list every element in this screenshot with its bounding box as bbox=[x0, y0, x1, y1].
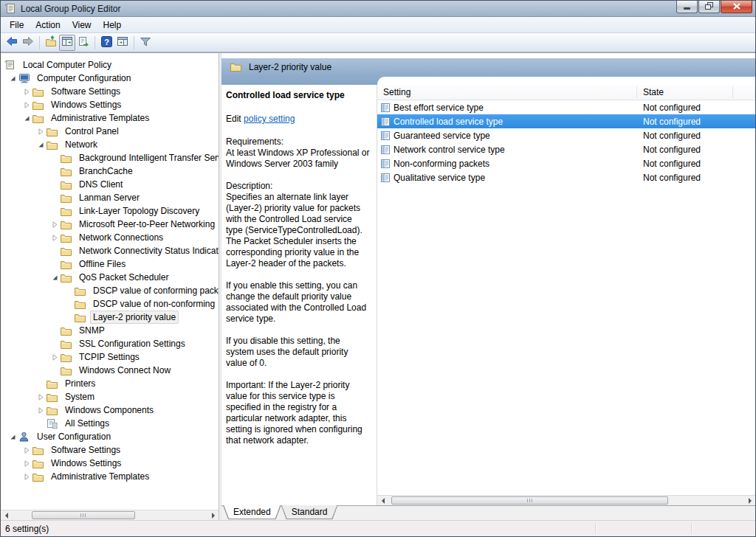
expand-open-icon[interactable] bbox=[21, 115, 32, 122]
folder-icon bbox=[47, 127, 59, 136]
restore-button[interactable] bbox=[698, 1, 720, 13]
export-list-button[interactable] bbox=[75, 35, 92, 51]
tree-item-windows-components[interactable]: Windows Components bbox=[1, 403, 219, 417]
tab-extended[interactable]: Extended bbox=[223, 505, 281, 519]
folder-icon bbox=[61, 167, 73, 176]
tree-item-dns-client[interactable]: DNS Client bbox=[1, 178, 219, 191]
expand-closed-icon[interactable] bbox=[21, 102, 32, 108]
menu-view[interactable]: View bbox=[66, 18, 97, 32]
scrollbar-thumb[interactable] bbox=[32, 511, 135, 519]
setting-row-network-control-service-type[interactable]: Network control service typeNot configur… bbox=[377, 142, 755, 156]
expand-closed-icon[interactable] bbox=[21, 89, 32, 95]
filter-button[interactable] bbox=[137, 35, 154, 51]
tree-item-branchcache[interactable]: BranchCache bbox=[1, 164, 219, 178]
tree-item-user-configuration[interactable]: User Configuration bbox=[1, 430, 219, 443]
setting-name: Network control service type bbox=[394, 145, 637, 155]
expand-closed-icon[interactable] bbox=[49, 221, 61, 228]
close-button[interactable] bbox=[721, 1, 752, 13]
tree-item-qos-packet-scheduler[interactable]: QoS Packet Scheduler bbox=[1, 271, 219, 284]
setting-row-controlled-load-service-type[interactable]: Controlled load service typeNot configur… bbox=[377, 114, 755, 128]
policy-tree: Local Computer PolicyComputer Configurat… bbox=[1, 53, 219, 510]
expand-closed-icon[interactable] bbox=[49, 354, 61, 361]
tree-item-link-layer-topology-discovery[interactable]: Link-Layer Topology Discovery bbox=[1, 204, 219, 218]
expand-closed-icon[interactable] bbox=[49, 235, 61, 241]
expand-open-icon[interactable] bbox=[49, 274, 61, 281]
expand-closed-icon[interactable] bbox=[35, 394, 47, 401]
setting-row-qualitative-service-type[interactable]: Qualitative service typeNot configured bbox=[377, 170, 755, 184]
menu-action[interactable]: Action bbox=[30, 18, 66, 32]
tree-horizontal-scrollbar[interactable] bbox=[1, 510, 219, 520]
scroll-right-arrow-icon[interactable] bbox=[744, 496, 755, 505]
setting-state: Not configured bbox=[637, 145, 733, 155]
tree-item-offline-files[interactable]: Offline Files bbox=[1, 257, 219, 271]
tree-item-local-computer-policy[interactable]: Local Computer Policy bbox=[1, 58, 219, 72]
scrollbar-thumb[interactable] bbox=[391, 496, 668, 505]
tree-item-all-settings[interactable]: All Settings bbox=[1, 417, 219, 430]
folder-icon bbox=[47, 379, 59, 389]
column-header-state[interactable]: State bbox=[637, 85, 733, 100]
expand-closed-icon[interactable] bbox=[35, 407, 47, 414]
list-horizontal-scrollbar[interactable] bbox=[377, 495, 755, 505]
folder-icon bbox=[32, 100, 45, 110]
setting-doc-icon bbox=[380, 103, 394, 113]
tree-item-administrative-templates[interactable]: Administrative Templates bbox=[1, 111, 219, 125]
tree-item-computer-configuration[interactable]: Computer Configuration bbox=[1, 72, 219, 85]
column-header-extra[interactable] bbox=[733, 85, 755, 100]
setting-row-best-effort-service-type[interactable]: Best effort service typeNot configured bbox=[377, 100, 755, 114]
tree-item-system[interactable]: System bbox=[1, 390, 219, 403]
tree-item-label: Link-Layer Topology Discovery bbox=[76, 204, 202, 218]
filter-icon bbox=[140, 36, 151, 49]
tree-item-dscp-value-of-non-conforming[interactable]: DSCP value of non-conforming bbox=[1, 297, 219, 311]
tree-item-background-intelligent-transfer-serv[interactable]: Background Intelligent Transfer Serv bbox=[1, 151, 219, 164]
menu-file[interactable]: File bbox=[4, 18, 30, 32]
expand-closed-icon[interactable] bbox=[35, 128, 47, 135]
tree-item-printers[interactable]: Printers bbox=[1, 377, 219, 390]
edit-policy-setting-link[interactable]: policy setting bbox=[244, 114, 295, 124]
column-header-setting[interactable]: Setting bbox=[377, 85, 637, 100]
tree-item-tcpip-settings[interactable]: TCPIP Settings bbox=[1, 350, 219, 364]
show-action-pane-button[interactable] bbox=[114, 35, 131, 51]
tree-item-windows-connect-now[interactable]: Windows Connect Now bbox=[1, 364, 219, 377]
scroll-left-arrow-icon[interactable] bbox=[1, 510, 12, 520]
tree-item-lanman-server[interactable]: Lanman Server bbox=[1, 191, 219, 204]
tree-item-windows-settings[interactable]: Windows Settings bbox=[1, 98, 219, 111]
tree-item-layer-2-priority-value[interactable]: Layer-2 priority value bbox=[1, 311, 219, 324]
minimize-button[interactable] bbox=[676, 1, 698, 13]
expand-open-icon[interactable] bbox=[35, 142, 47, 148]
menu-help[interactable]: Help bbox=[97, 18, 128, 32]
title-bar[interactable]: Local Group Policy Editor bbox=[1, 1, 755, 17]
tree-item-snmp[interactable]: SNMP bbox=[1, 324, 219, 337]
setting-row-guaranteed-service-type[interactable]: Guaranteed service typeNot configured bbox=[377, 128, 755, 142]
help-button[interactable]: ? bbox=[98, 35, 114, 51]
expand-closed-icon[interactable] bbox=[21, 474, 32, 480]
tab-standard[interactable]: Standard bbox=[281, 505, 338, 519]
tree-item-network-connections[interactable]: Network Connections bbox=[1, 231, 219, 244]
forward-button[interactable] bbox=[20, 35, 36, 51]
scroll-right-arrow-icon[interactable] bbox=[207, 510, 219, 520]
tree-item-network-connectivity-status-indicat[interactable]: Network Connectivity Status Indicat bbox=[1, 244, 219, 257]
tree-item-microsoft-peer-to-peer-networking[interactable]: Microsoft Peer-to-Peer Networking bbox=[1, 218, 219, 231]
up-one-level-button[interactable] bbox=[43, 35, 59, 51]
tree-item-label: Windows Settings bbox=[48, 457, 124, 470]
expand-open-icon[interactable] bbox=[7, 434, 18, 440]
expand-closed-icon[interactable] bbox=[21, 447, 32, 454]
tree-item-software-settings[interactable]: Software Settings bbox=[1, 85, 219, 98]
expand-closed-icon[interactable] bbox=[21, 460, 32, 467]
tree-item-ssl-configuration-settings[interactable]: SSL Configuration Settings bbox=[1, 337, 219, 350]
tree-item-windows-settings[interactable]: Windows Settings bbox=[1, 457, 219, 470]
tree-item-software-settings[interactable]: Software Settings bbox=[1, 443, 219, 457]
folder-icon bbox=[47, 140, 59, 150]
policy-scroll-icon bbox=[4, 60, 17, 70]
folder-icon bbox=[61, 339, 73, 349]
tree-item-administrative-templates[interactable]: Administrative Templates bbox=[1, 470, 219, 483]
policy-description-panel: Controlled load service type Edit policy… bbox=[221, 85, 377, 505]
back-button[interactable] bbox=[4, 35, 20, 51]
tree-item-dscp-value-of-conforming-pack[interactable]: DSCP value of conforming pack bbox=[1, 284, 219, 297]
setting-row-non-conforming-packets[interactable]: Non-conforming packetsNot configured bbox=[377, 156, 755, 170]
expand-open-icon[interactable] bbox=[7, 75, 18, 82]
tree-item-label: Windows Settings bbox=[48, 98, 124, 111]
show-console-tree-button[interactable] bbox=[59, 35, 75, 51]
tree-item-network[interactable]: Network bbox=[1, 138, 219, 151]
scroll-left-arrow-icon[interactable] bbox=[377, 496, 388, 505]
tree-item-control-panel[interactable]: Control Panel bbox=[1, 125, 219, 138]
